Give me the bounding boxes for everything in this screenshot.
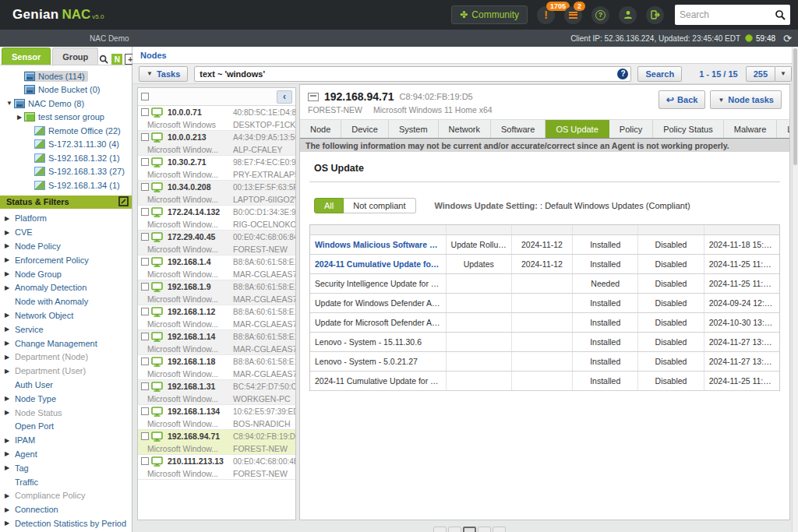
expand-icon[interactable]: ▶ xyxy=(5,506,15,513)
sensor-tree-item[interactable]: Remote Office (22) xyxy=(0,124,132,138)
table-row[interactable]: Windows Malicious Software Removal T... … xyxy=(310,235,779,255)
expand-icon[interactable]: ▶ xyxy=(5,326,15,333)
expand-icon[interactable]: ▶ xyxy=(5,229,15,236)
row-checkbox[interactable] xyxy=(141,233,149,241)
node-list-row[interactable]: 192.168.1.14 B8:8A:60:61:58:E1 Microsoft… xyxy=(138,330,295,355)
filter-item[interactable]: ▶ Enforcement Policy xyxy=(0,253,132,267)
select-all-checkbox[interactable] xyxy=(141,93,149,100)
table-column-header[interactable] xyxy=(704,225,779,234)
detail-tab[interactable]: Logs xyxy=(777,120,790,138)
filter-item[interactable]: ▶ Node with Anomaly xyxy=(0,294,132,308)
filter-item[interactable]: ▶ IPAM xyxy=(0,433,132,447)
node-tasks-button[interactable]: ▼ Node tasks xyxy=(710,90,782,109)
node-list-row[interactable]: 10.30.2.71 98:E7:F4:EC:E0:97 Microsoft W… xyxy=(138,156,295,181)
sensor-tree-item[interactable]: ▶ test sensor group xyxy=(0,111,132,125)
filter-item[interactable]: ▶ Traffic xyxy=(0,475,132,489)
sidebar-tab[interactable]: Group xyxy=(52,48,98,65)
update-name[interactable]: 2024-11 Cumulative Update for .NET Fra..… xyxy=(310,255,447,273)
expand-icon[interactable]: ▶ xyxy=(5,492,15,499)
detail-tab[interactable]: Malware xyxy=(724,120,778,138)
sensor-tree-item[interactable]: ▼ NAC Demo (8) xyxy=(0,97,132,111)
node-list-row[interactable]: 10.34.0.208 00:13:EF:5F:63:5F Microsoft … xyxy=(138,181,295,206)
filter-item[interactable]: ▶ Service xyxy=(0,322,132,336)
collapse-list-button[interactable]: ‹ xyxy=(277,90,292,104)
node-list-row[interactable]: 210.111.213.13 00:E0:4C:68:00:4B Microso… xyxy=(138,455,295,480)
expand-icon[interactable]: ▶ xyxy=(5,520,15,527)
detail-tab[interactable]: Software xyxy=(491,120,546,138)
pagination-next-button[interactable] xyxy=(478,527,491,532)
detail-tab[interactable]: Network xyxy=(439,120,491,138)
filter-item[interactable]: ▶ Node Policy xyxy=(0,239,132,253)
filter-item[interactable]: ▶ Department (Node) xyxy=(0,350,132,364)
table-row[interactable]: 2024-11 Cumulative Update for Windows 1.… xyxy=(310,372,779,391)
expand-icon[interactable]: ▶ xyxy=(5,368,15,375)
filter-item[interactable]: ▶ Node Type xyxy=(0,392,132,406)
row-checkbox[interactable] xyxy=(141,333,149,340)
row-checkbox[interactable] xyxy=(141,283,149,291)
row-checkbox[interactable] xyxy=(141,358,149,365)
expand-icon[interactable]: ▶ xyxy=(5,312,15,319)
expand-icon[interactable]: ▶ xyxy=(5,437,15,444)
node-list-row[interactable]: 10.0.0.71 40:8D:5C:1E:D4:84 Microsoft Wi… xyxy=(138,106,295,131)
row-checkbox[interactable] xyxy=(141,158,149,166)
row-checkbox[interactable] xyxy=(141,258,149,266)
detail-tab[interactable]: Node xyxy=(300,120,341,138)
row-checkbox[interactable] xyxy=(141,133,149,141)
expand-icon[interactable]: ▶ xyxy=(5,340,15,347)
filter-item[interactable]: ▶ Platform xyxy=(0,212,132,226)
row-checkbox[interactable] xyxy=(141,308,149,315)
filter-item[interactable]: ▶ Department (User) xyxy=(0,364,132,378)
update-name[interactable]: Lenovo - System - 15.11.30.6 xyxy=(310,333,447,351)
filter-item[interactable]: ▶ Network Object xyxy=(0,308,132,322)
table-row[interactable]: Lenovo - System - 15.11.30.6 Installed D… xyxy=(310,333,779,352)
community-button[interactable]: ✤ Community xyxy=(451,5,528,24)
table-row[interactable]: Security Intelligence Update for Microso… xyxy=(310,274,779,294)
help-button[interactable]: ? xyxy=(591,6,609,24)
expand-icon[interactable]: ▶ xyxy=(5,354,15,361)
refresh-icon[interactable]: ⟳ xyxy=(783,33,792,44)
node-list-row[interactable]: 10.0.0.213 A4:34:D9:A5:13:56 Microsoft W… xyxy=(138,131,295,156)
filter-item[interactable]: ▶ Change Management xyxy=(0,336,132,351)
page-size-value[interactable]: 255 xyxy=(746,66,775,82)
table-row[interactable]: Update for Windows Defender Antivirus an… xyxy=(310,294,779,313)
tasks-dropdown-button[interactable]: ▼ Tasks xyxy=(139,66,188,82)
filter-item[interactable]: ▶ Anomaly Detection xyxy=(0,280,132,294)
update-name[interactable]: Update for Microsoft Defender Antivirus … xyxy=(310,313,447,332)
table-column-header[interactable] xyxy=(512,225,573,234)
row-checkbox[interactable] xyxy=(141,208,149,216)
pagination-prev-button[interactable] xyxy=(448,527,461,532)
update-name[interactable]: Windows Malicious Software Removal T... xyxy=(310,235,447,254)
detail-tab[interactable]: Device xyxy=(341,120,389,138)
expand-icon[interactable]: ▶ xyxy=(5,464,15,471)
filter-item[interactable]: ▶ Node Group xyxy=(0,267,132,281)
pagination-last-button[interactable] xyxy=(493,527,506,532)
pagination-current-page[interactable] xyxy=(463,527,476,532)
row-checkbox[interactable] xyxy=(141,457,149,465)
node-list-row[interactable]: 192.168.1.134 10:62:E5:97:39:ED Microsof… xyxy=(138,405,295,430)
global-search-input[interactable] xyxy=(680,9,775,20)
pagination-first-button[interactable] xyxy=(433,527,447,532)
row-checkbox[interactable] xyxy=(141,183,149,191)
expand-icon[interactable]: ▶ xyxy=(5,242,15,249)
detail-tab[interactable]: System xyxy=(389,120,439,138)
table-column-header[interactable] xyxy=(447,225,512,234)
sensor-tree-item[interactable]: Node Bucket (0) xyxy=(0,83,132,97)
sensor-tree-item[interactable]: S-192.168.1.32 (1) xyxy=(0,151,132,165)
node-list-row[interactable]: 172.24.14.132 B0:0C:D1:34:3E:97 Microsof… xyxy=(138,206,295,231)
row-checkbox[interactable] xyxy=(141,108,149,116)
alerts-button[interactable]: ! 1705 xyxy=(537,6,555,24)
filter-item[interactable]: ▶ Connection xyxy=(0,502,132,516)
node-list-row[interactable]: 192.168.1.9 B8:8A:60:61:58:E1 Microsoft … xyxy=(138,280,295,305)
update-name[interactable]: Lenovo - System - 5.0.21.27 xyxy=(310,352,447,371)
row-checkbox[interactable] xyxy=(141,382,149,390)
detail-tab[interactable]: Policy xyxy=(609,120,653,138)
logout-button[interactable] xyxy=(646,6,664,24)
sensor-tree-item[interactable]: Nodes (114) xyxy=(0,69,132,83)
expand-icon[interactable]: ▶ xyxy=(5,395,15,402)
node-list-row[interactable]: 192.168.1.31 BC:54:2F:D7:50:CD Microsoft… xyxy=(138,380,295,405)
expand-icon[interactable]: ▶ xyxy=(5,270,15,277)
expand-icon[interactable]: ▶ xyxy=(5,284,15,291)
update-name[interactable]: Update for Windows Defender Antivirus an… xyxy=(310,294,447,312)
table-row[interactable]: Lenovo - System - 5.0.21.27 Installed Di… xyxy=(310,352,779,372)
filter-item[interactable]: ▶ Detection Statistics by Period xyxy=(0,516,132,530)
